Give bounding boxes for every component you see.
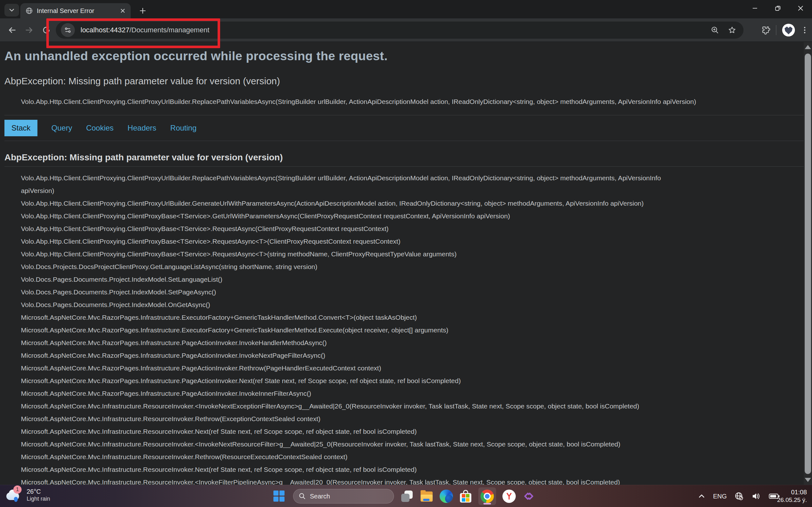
chrome-icon	[480, 490, 494, 503]
scrollbar-thumb[interactable]	[805, 54, 811, 474]
profile-avatar[interactable]	[782, 24, 795, 37]
extensions-puzzle-icon[interactable]	[761, 25, 770, 35]
taskbar-apps	[400, 485, 536, 507]
toolbar-separator	[776, 25, 776, 35]
weather-condition: Light rain	[27, 495, 50, 502]
tab-search-button[interactable]	[4, 4, 19, 16]
stack-frame-line: Volo.Abp.Http.Client.ClientProxying.Clie…	[21, 172, 687, 197]
bookmark-star-icon[interactable]	[728, 26, 737, 35]
task-view-button[interactable]	[400, 490, 414, 503]
edge-icon[interactable]	[440, 490, 453, 503]
stack-frame-line: Microsoft.AspNetCore.Mvc.Infrastructure.…	[21, 412, 687, 425]
active-app-indicator	[484, 503, 491, 504]
notification-badge: 1	[13, 486, 21, 494]
windows-taskbar: 1 26°C Light rain Search	[0, 485, 812, 507]
no-internet-globe-icon[interactable]	[734, 492, 744, 501]
page-scrollbar[interactable]	[804, 42, 812, 485]
language-indicator[interactable]: ENG	[713, 493, 727, 500]
error-page-tab[interactable]: Routing	[170, 120, 197, 136]
file-explorer-icon[interactable]	[420, 490, 433, 503]
error-page-tab[interactable]: Stack	[4, 120, 38, 136]
weather-cloud-icon: 1	[6, 488, 22, 502]
stack-frames: Volo.Abp.Http.Client.ClientProxying.Clie…	[21, 172, 687, 485]
clock-date: 26.05.25 ý.	[777, 496, 807, 504]
forward-button[interactable]	[23, 24, 36, 37]
error-page-tabs: StackQueryCookiesHeadersRouting	[4, 120, 804, 136]
chrome-taskbar-button[interactable]	[478, 487, 496, 505]
browser-tab[interactable]: Internal Server Error	[20, 3, 131, 18]
stack-frame-line: Microsoft.AspNetCore.Mvc.Infrastructure.…	[21, 438, 687, 451]
window-controls	[744, 0, 812, 16]
exception-top-frame: Volo.Abp.Http.Client.ClientProxying.Clie…	[21, 98, 804, 106]
start-button[interactable]	[273, 491, 285, 502]
zoom-in-icon[interactable]	[711, 26, 719, 35]
stack-frame-line: Volo.Abp.Http.Client.ClientProxying.Clie…	[21, 197, 687, 210]
annotation-highlight-box	[46, 18, 220, 48]
scroll-up-arrow-icon[interactable]	[805, 45, 811, 49]
stack-frame-line: Volo.Docs.Pages.Documents.Project.IndexM…	[21, 298, 687, 311]
stack-frame-line: Volo.Abp.Http.Client.ClientProxying.Clie…	[21, 248, 687, 261]
visual-studio-icon[interactable]	[522, 490, 536, 503]
menu-dots-icon[interactable]	[801, 25, 809, 35]
scroll-down-arrow-icon[interactable]	[805, 478, 811, 482]
stack-frame-line: Microsoft.AspNetCore.Mvc.RazorPages.Infr…	[21, 387, 687, 400]
weather-temperature: 26°C	[27, 488, 50, 495]
stack-frame-line: Microsoft.AspNetCore.Mvc.RazorPages.Infr…	[21, 324, 687, 337]
stack-frame-line: Volo.Docs.Projects.DocsProjectClientProx…	[21, 261, 687, 273]
speaker-icon[interactable]	[751, 492, 761, 501]
stack-frame-line: Microsoft.AspNetCore.Mvc.RazorPages.Infr…	[21, 311, 687, 324]
close-button[interactable]	[789, 0, 812, 16]
divider	[4, 166, 804, 167]
taskbar-clock[interactable]: 01:08 26.05.25 ý.	[777, 488, 807, 504]
browser-tabbar: Internal Server Error	[0, 0, 812, 18]
divider	[4, 115, 804, 115]
stack-frame-line: Microsoft.AspNetCore.Mvc.RazorPages.Infr…	[21, 337, 687, 349]
restore-button[interactable]	[766, 0, 789, 16]
stack-frame-line: Volo.Docs.Pages.Documents.Project.IndexM…	[21, 273, 687, 286]
divider	[4, 141, 804, 141]
tab-close-icon[interactable]	[120, 8, 125, 14]
globe-favicon-icon	[26, 7, 33, 14]
stack-frame-line: Microsoft.AspNetCore.Mvc.Infrastructure.…	[21, 476, 687, 485]
stack-frame-line: Microsoft.AspNetCore.Mvc.RazorPages.Infr…	[21, 349, 687, 362]
error-page-tab[interactable]: Cookies	[86, 120, 113, 136]
stack-section-heading: AbpException: Missing path parameter val…	[4, 153, 804, 163]
exception-summary: AbpException: Missing path parameter val…	[4, 76, 804, 87]
search-label: Search	[310, 493, 330, 500]
microsoft-store-icon[interactable]	[459, 490, 472, 503]
error-page-tab[interactable]: Query	[51, 120, 72, 136]
stack-frame-line: Microsoft.AspNetCore.Mvc.RazorPages.Infr…	[21, 362, 687, 375]
chevron-down-icon	[8, 7, 15, 14]
stack-frame-line: Microsoft.AspNetCore.Mvc.Infrastructure.…	[21, 425, 687, 438]
minimize-button[interactable]	[744, 0, 766, 16]
clock-time: 01:08	[777, 488, 807, 496]
search-icon	[299, 493, 306, 500]
stack-frame-line: Volo.Docs.Pages.Documents.Project.IndexM…	[21, 286, 687, 298]
error-page: An unhandled exception occurred while pr…	[0, 42, 804, 485]
stack-frame-line: Volo.Abp.Http.Client.ClientProxying.Clie…	[21, 210, 687, 222]
back-button[interactable]	[6, 24, 18, 37]
error-page-tab[interactable]: Headers	[128, 120, 156, 136]
stack-frame-line: Microsoft.AspNetCore.Mvc.Infrastructure.…	[21, 463, 687, 476]
stack-frame-line: Microsoft.AspNetCore.Mvc.RazorPages.Infr…	[21, 375, 687, 387]
stack-frame-line: Volo.Abp.Http.Client.ClientProxying.Clie…	[21, 222, 687, 235]
stack-frame-line: Microsoft.AspNetCore.Mvc.Infrastructure.…	[21, 400, 687, 412]
taskbar-search[interactable]: Search	[293, 489, 394, 504]
stack-frame-line: Microsoft.AspNetCore.Mvc.Infrastructure.…	[21, 451, 687, 463]
system-tray: ENG	[698, 485, 780, 507]
stack-frame-line: Volo.Abp.Http.Client.ClientProxying.Clie…	[21, 235, 687, 248]
screen: Internal Server Error	[0, 0, 812, 507]
tray-chevron-up-icon[interactable]	[698, 493, 705, 500]
new-tab-button[interactable]	[136, 4, 149, 17]
weather-widget[interactable]: 1 26°C Light rain	[6, 488, 50, 502]
tab-title: Internal Server Error	[37, 7, 116, 14]
page-title: An unhandled exception occurred while pr…	[4, 49, 804, 63]
yandex-browser-icon[interactable]	[502, 490, 516, 503]
